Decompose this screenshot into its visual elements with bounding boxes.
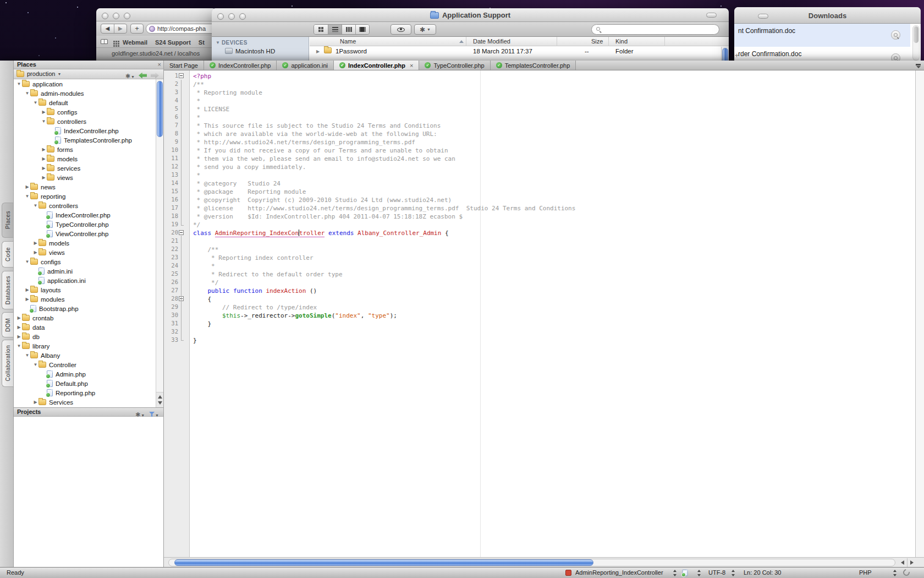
close-icon[interactable]: × xyxy=(410,62,413,69)
disclosure-icon[interactable]: ▼ xyxy=(41,119,47,124)
disclosure-icon[interactable]: ▶ xyxy=(16,315,22,320)
scroll-right-button[interactable] xyxy=(907,558,916,567)
tree-item[interactable]: ▶news xyxy=(14,182,156,192)
disclosure-icon[interactable]: ▶ xyxy=(16,325,22,330)
finder-vertical-scrollbar[interactable] xyxy=(721,47,729,61)
finder-titlebar[interactable]: Application Support xyxy=(212,8,729,22)
stepper-icon[interactable] xyxy=(893,570,897,576)
row-disclosure-icon[interactable]: ▶ xyxy=(316,49,320,54)
tree-item[interactable]: IndexController.php xyxy=(14,126,156,135)
editor-gutter[interactable]: 1234567891011121314151617181920212223242… xyxy=(164,70,190,557)
download-list-item[interactable]: nt Confirmation.doc xyxy=(734,24,910,47)
tree-item[interactable]: ▶forms xyxy=(14,145,156,154)
forward-arrow-button[interactable] xyxy=(151,73,159,79)
disclosure-icon[interactable]: ▼ xyxy=(24,353,30,358)
disclosure-icon[interactable]: ▶ xyxy=(32,250,38,255)
back-arrow-button[interactable] xyxy=(139,73,147,79)
disclosure-icon[interactable]: ▶ xyxy=(24,287,30,292)
tree-item[interactable]: Admin.php xyxy=(14,369,156,379)
bookmark-item[interactable]: Webmail xyxy=(123,39,147,46)
language-indicator[interactable]: PHP xyxy=(859,569,872,576)
column-header-kind[interactable]: Kind xyxy=(615,38,628,45)
editor-horizontal-scrollbar[interactable] xyxy=(164,557,924,567)
scroll-down-icon[interactable] xyxy=(158,401,162,405)
scrollbar-thumb[interactable] xyxy=(914,26,919,43)
tree-item[interactable]: ▼Albany xyxy=(14,351,156,360)
tree-item[interactable]: Default.php xyxy=(14,379,156,388)
disclosure-icon[interactable]: ▼ xyxy=(32,362,38,367)
sidebar-item-macintosh-hd[interactable]: Macintosh HD xyxy=(235,48,275,54)
column-header-date-modified[interactable]: Date Modified xyxy=(473,38,510,45)
disclosure-icon[interactable]: ▼ xyxy=(16,343,22,348)
stepper-icon[interactable] xyxy=(697,570,701,576)
icon-view-button[interactable] xyxy=(314,25,328,34)
current-symbol[interactable]: AdminReporting_IndexController xyxy=(575,569,663,576)
tree-item[interactable]: TemplatesController.php xyxy=(14,135,156,145)
disclosure-icon[interactable]: ▶ xyxy=(24,184,30,189)
tree-item[interactable]: ▶models xyxy=(14,154,156,163)
tree-item[interactable]: ▶views xyxy=(14,173,156,182)
scrollbar-thumb[interactable] xyxy=(157,81,163,137)
tree-item[interactable]: ▼application xyxy=(14,79,156,89)
bookmark-item[interactable]: S24 Support xyxy=(155,39,191,46)
disclosure-icon[interactable]: ▶ xyxy=(41,175,47,180)
tree-item[interactable]: ▼controllers xyxy=(14,117,156,126)
tree-item[interactable]: ▼admin-modules xyxy=(14,89,156,98)
disclosure-icon[interactable]: ▼ xyxy=(24,91,30,96)
tree-item[interactable]: Reporting.php xyxy=(14,388,156,397)
disclosure-icon[interactable]: ▶ xyxy=(41,110,47,114)
code-fold-toggle[interactable] xyxy=(179,73,184,78)
tree-item[interactable]: ▶layouts xyxy=(14,285,156,295)
scrollbar-thumb[interactable] xyxy=(174,559,593,566)
close-button[interactable] xyxy=(102,13,108,19)
new-tab-button[interactable]: + xyxy=(130,24,144,34)
tree-item[interactable]: Bootstrap.php xyxy=(14,304,156,313)
code-editor[interactable]: 1234567891011121314151617181920212223242… xyxy=(164,70,924,557)
disclosure-icon[interactable]: ▼ xyxy=(16,81,22,86)
url-field[interactable]: http://compas-pha xyxy=(146,24,216,34)
toolbar-toggle-pill-button[interactable] xyxy=(706,13,717,18)
tree-item[interactable]: ▼Controller xyxy=(14,360,156,369)
side-tab-code[interactable]: Code xyxy=(2,241,13,268)
table-row[interactable]: ▶ 1Password 18 March 2011 17:37 -- Folde… xyxy=(310,47,729,56)
bookmark-item[interactable]: St xyxy=(199,39,205,46)
disclosure-icon[interactable]: ▶ xyxy=(41,156,47,161)
disclosure-icon[interactable]: ▶ xyxy=(41,147,47,152)
downloads-scrollbar[interactable] xyxy=(912,25,920,61)
tree-item[interactable]: ▼library xyxy=(14,341,156,351)
disclosure-icon[interactable]: ▼ xyxy=(32,100,38,105)
stepper-icon[interactable] xyxy=(732,570,735,576)
tree-item[interactable]: ▶db xyxy=(14,332,156,341)
tree-item[interactable]: ▶views xyxy=(14,248,156,257)
scroll-up-icon[interactable] xyxy=(158,395,162,399)
search-input[interactable] xyxy=(591,24,719,35)
reveal-magnifier-button[interactable] xyxy=(891,30,900,40)
forward-button[interactable]: ▶ xyxy=(114,24,127,33)
tree-item[interactable]: ▶configs xyxy=(14,107,156,117)
tree-item[interactable]: ▼configs xyxy=(14,257,156,266)
tree-item[interactable]: IndexController.php xyxy=(14,210,156,220)
tab-list-dropdown-button[interactable] xyxy=(914,62,922,69)
tree-vertical-scrollbar[interactable] xyxy=(156,79,163,407)
browser-window[interactable]: ◀▶ + http://compas-pha WebmailS24 Suppor… xyxy=(96,8,216,61)
downloads-window[interactable]: Downloads nt Confirmation.docrder Confir… xyxy=(734,7,921,61)
code-fold-toggle[interactable] xyxy=(179,230,184,235)
close-icon[interactable]: × xyxy=(158,61,161,68)
view-mode-segmented-control[interactable] xyxy=(314,24,370,35)
disclosure-icon[interactable]: ▶ xyxy=(32,400,38,405)
coverflow-view-button[interactable] xyxy=(355,25,369,34)
editor-tab[interactable]: ✓TypeController.php xyxy=(419,61,490,70)
tree-item[interactable]: ▶services xyxy=(14,163,156,173)
reveal-magnifier-button[interactable] xyxy=(891,53,900,61)
tree-item[interactable]: ▶models xyxy=(14,238,156,248)
disclosure-icon[interactable]: ▶ xyxy=(16,334,22,339)
editor-tab[interactable]: ✓IndexController.php× xyxy=(334,61,419,70)
top-sites-grid-icon[interactable] xyxy=(113,41,115,42)
devices-disclosure-icon[interactable]: ▼ xyxy=(216,40,220,45)
side-tab-databases[interactable]: Databases xyxy=(2,271,13,309)
zoom-button[interactable] xyxy=(124,13,130,19)
browser-titlebar[interactable] xyxy=(96,8,216,21)
browser-tab-label[interactable]: goldfinger.studio24.net / localhos xyxy=(112,50,200,57)
tree-item[interactable]: ViewController.php xyxy=(14,229,156,238)
back-button[interactable]: ◀ xyxy=(101,24,114,33)
